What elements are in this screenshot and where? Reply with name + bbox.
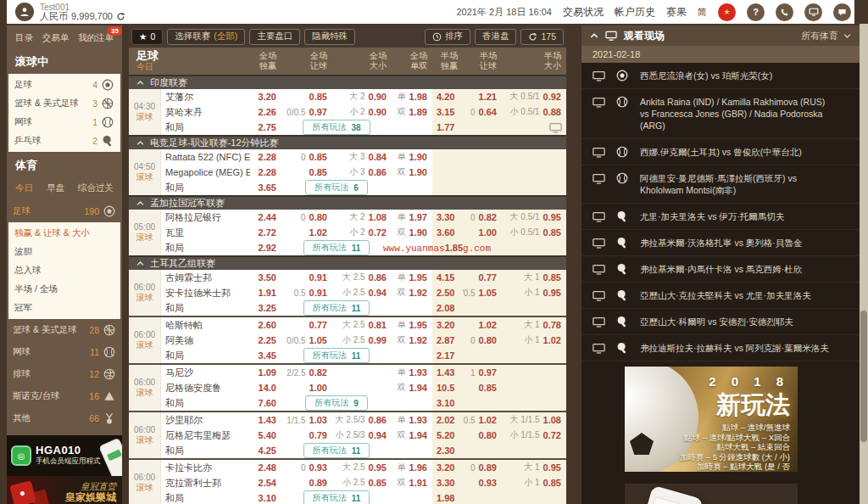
phone-icon[interactable] bbox=[776, 3, 793, 21]
odds-overunder-cell[interactable]: 小 2.5/30.94 bbox=[332, 428, 392, 443]
odds-handicap-cell[interactable]: 0.89 bbox=[281, 475, 332, 490]
watch-list-item[interactable]: 亞歷山大·科爾明 vs 安德烈·安德烈耶夫 bbox=[581, 309, 860, 335]
odds-win-cell[interactable]: 2.48 bbox=[250, 460, 281, 475]
odds-half-draw-cell[interactable]: 2.17 bbox=[432, 348, 463, 363]
odds-half-win-cell[interactable]: 3.30 bbox=[432, 475, 463, 490]
odds-half-draw-cell[interactable]: 1.98 bbox=[432, 490, 463, 504]
odds-handicap-cell[interactable]: 00.85 bbox=[281, 149, 332, 165]
live-tv-icon[interactable] bbox=[804, 3, 822, 21]
chat-icon[interactable] bbox=[833, 3, 851, 21]
collapse-chevron-up-icon[interactable] bbox=[590, 32, 598, 39]
favorites-button[interactable]: ★ 0 bbox=[131, 29, 163, 45]
odds-half-overunder-cell[interactable]: 大 0.5/10.95 bbox=[502, 210, 566, 225]
watch-list-item[interactable]: 西悉尼流浪者(女) vs 珀斯光荣(女) bbox=[581, 63, 860, 89]
odds-win-cell[interactable]: 2.60 bbox=[250, 317, 281, 333]
odds-overunder-cell[interactable]: 小 20.72 bbox=[332, 225, 392, 240]
league-header[interactable]: 电竞足球-职业联赛-12分钟比赛 bbox=[129, 135, 566, 149]
odds-overunder-cell[interactable]: 小 2.50.99 bbox=[332, 333, 392, 348]
odds-win-cell[interactable]: 2.28 bbox=[250, 165, 281, 180]
odds-overunder-cell[interactable]: 大 2.50.86 bbox=[332, 270, 392, 285]
odds-overunder-cell[interactable]: 小 30.86 bbox=[332, 165, 392, 180]
odds-half-draw-cell[interactable]: 2.08 bbox=[432, 300, 463, 316]
sidebar-menu-item[interactable]: 总入球 bbox=[8, 261, 120, 280]
league-header[interactable]: 土耳其乙组联赛 bbox=[129, 255, 566, 270]
odds-handicap-cell[interactable]: 0.79 bbox=[281, 428, 332, 443]
odds-draw-cell[interactable]: 7.60 bbox=[250, 395, 281, 411]
odds-handicap-cell[interactable]: 00.93 bbox=[281, 460, 332, 475]
promo-2018-banner[interactable]: 2 0 1 8 新玩法 點球 – 進球/無進球點球 – 進球/點球大戰 – X回… bbox=[625, 367, 798, 472]
link-transaction-status[interactable]: 交易状况 bbox=[563, 5, 604, 20]
odds-handicap-cell[interactable]: 00.80 bbox=[281, 210, 332, 225]
odds-half-win-cell[interactable]: 3.20 bbox=[432, 317, 463, 333]
user-avatar-icon[interactable] bbox=[15, 3, 34, 21]
all-bets-button[interactable]: 所有玩法38 bbox=[303, 120, 370, 135]
odds-half-overunder-cell[interactable]: 大 10.95 bbox=[502, 460, 566, 475]
league-header[interactable]: 印度联赛 bbox=[129, 75, 566, 89]
odds-win-cell[interactable]: 1.43 bbox=[250, 412, 281, 428]
sidebar-sport-item[interactable]: 排球12 bbox=[7, 363, 122, 385]
odds-half-win-cell[interactable]: 4.15 bbox=[432, 270, 463, 285]
odds-draw-cell[interactable]: 3.25 bbox=[250, 300, 281, 316]
odds-half-win-cell[interactable]: 3.20 bbox=[432, 460, 463, 475]
odds-win-cell[interactable]: 2.26 bbox=[250, 104, 281, 120]
sidebar-sport-item[interactable]: 斯诺克/台球16 bbox=[7, 385, 122, 407]
odds-half-win-cell[interactable]: 2.87 bbox=[432, 333, 463, 348]
sidebar-tab-parlay[interactable]: 综合过关 bbox=[78, 182, 114, 194]
odds-draw-cell[interactable]: 4.25 bbox=[250, 443, 281, 458]
odds-handicap-cell[interactable]: 0.77 bbox=[281, 317, 332, 333]
watch-list-item[interactable]: 亞歷山大·克拉夫堅科夫 vs 尤里·加夫里洛夫 bbox=[581, 283, 860, 309]
sidebar-tab-today[interactable]: 今日 bbox=[15, 182, 33, 194]
league-header[interactable]: 孟加拉国冠军联赛 bbox=[129, 195, 566, 210]
sidebar-menu-item[interactable]: 波胆 bbox=[8, 243, 120, 261]
odds-half-handicap-cell[interactable]: 1.02 bbox=[463, 317, 502, 333]
refresh-odds-button[interactable]: 175 bbox=[520, 29, 564, 45]
odds-handicap-cell[interactable]: 1.02 bbox=[281, 225, 332, 240]
odds-oddeven-cell[interactable]: 单1.95 bbox=[392, 270, 432, 285]
odds-half-overunder-cell[interactable]: 小 10.85 bbox=[502, 475, 566, 490]
sidebar-menu-item[interactable]: 冠军 bbox=[8, 299, 120, 317]
all-bets-button[interactable]: 所有玩法11 bbox=[303, 490, 370, 504]
odds-half-handicap-cell[interactable]: 0.85 bbox=[463, 380, 502, 395]
odds-handicap-cell[interactable]: 0.50.91 bbox=[281, 285, 332, 300]
odds-draw-cell[interactable]: 2.92 bbox=[250, 240, 281, 255]
odds-half-handicap-cell[interactable]: 0.77 bbox=[463, 270, 502, 285]
odds-half-handicap-cell[interactable]: 00.80 bbox=[463, 333, 502, 348]
odds-handicap-cell[interactable]: 2/2.50.82 bbox=[281, 365, 332, 380]
all-bets-button[interactable]: 所有玩法11 bbox=[303, 443, 370, 458]
odds-draw-cell[interactable]: 3.65 bbox=[250, 180, 281, 195]
sidebar-sport-item[interactable]: 其他66 bbox=[7, 407, 122, 429]
odds-half-overunder-cell[interactable]: 小 0.5/10.88 bbox=[502, 104, 566, 120]
watch-list-item[interactable]: Ankita Raina (IND) / Kamilla Rakhimova (… bbox=[581, 89, 860, 139]
odds-half-overunder-cell[interactable]: 小 10.95 bbox=[502, 285, 566, 300]
odds-overunder-cell[interactable]: 小 2.50.94 bbox=[332, 285, 392, 300]
odds-oddeven-cell[interactable]: 双1.90 bbox=[392, 165, 432, 180]
odds-half-handicap-cell[interactable]: 0.80 bbox=[463, 428, 502, 443]
odds-half-handicap-cell[interactable]: 0/0.51.05 bbox=[463, 285, 502, 300]
odds-half-overunder-cell[interactable]: 大 1/1.51.08 bbox=[502, 412, 566, 428]
odds-half-win-cell[interactable]: 3.60 bbox=[432, 225, 463, 240]
odds-win-cell[interactable]: 3.20 bbox=[250, 89, 281, 104]
odds-draw-cell[interactable]: 3.10 bbox=[250, 490, 281, 504]
live-tv-banner[interactable]: 直播電視 已推出手機版 bbox=[625, 484, 798, 504]
odds-oddeven-cell[interactable]: 单1.93 bbox=[392, 365, 432, 380]
odds-overunder-cell[interactable]: 大 20.90 bbox=[332, 89, 392, 104]
odds-oddeven-cell[interactable]: 单1.90 bbox=[392, 149, 432, 165]
stream-cell[interactable] bbox=[502, 120, 566, 135]
odds-half-win-cell[interactable]: 2.02 bbox=[432, 412, 463, 428]
odds-oddeven-cell[interactable]: 单1.93 bbox=[392, 412, 432, 428]
odds-oddeven-cell[interactable]: 双1.91 bbox=[392, 475, 432, 490]
odds-half-handicap-cell[interactable]: 0.51.02 bbox=[463, 412, 502, 428]
odds-win-cell[interactable]: 1.91 bbox=[250, 285, 281, 300]
odds-handicap-cell[interactable]: 0.85 bbox=[281, 89, 332, 104]
sidebar-tab-early[interactable]: 早盘 bbox=[47, 182, 64, 194]
odds-half-handicap-cell[interactable]: 00.64 bbox=[463, 104, 502, 120]
odds-half-handicap-cell[interactable]: 0.93 bbox=[463, 475, 502, 490]
odds-oddeven-cell[interactable]: 双1.92 bbox=[392, 285, 432, 300]
odds-win-cell[interactable]: 2.54 bbox=[250, 475, 281, 490]
scrollbar-thumb[interactable] bbox=[860, 311, 867, 442]
help-icon[interactable]: ? bbox=[747, 3, 765, 21]
live228-casino-banner[interactable]: 皇冠直營 皇家娛樂城 www.live228.com bbox=[7, 476, 122, 504]
odds-oddeven-cell[interactable]: 单1.95 bbox=[392, 317, 432, 333]
odds-win-cell[interactable]: 1.09 bbox=[250, 365, 281, 380]
watch-list-item[interactable]: 尤里·加夫里洛夫 vs 伊万·托爾馬切夫 bbox=[581, 204, 860, 230]
